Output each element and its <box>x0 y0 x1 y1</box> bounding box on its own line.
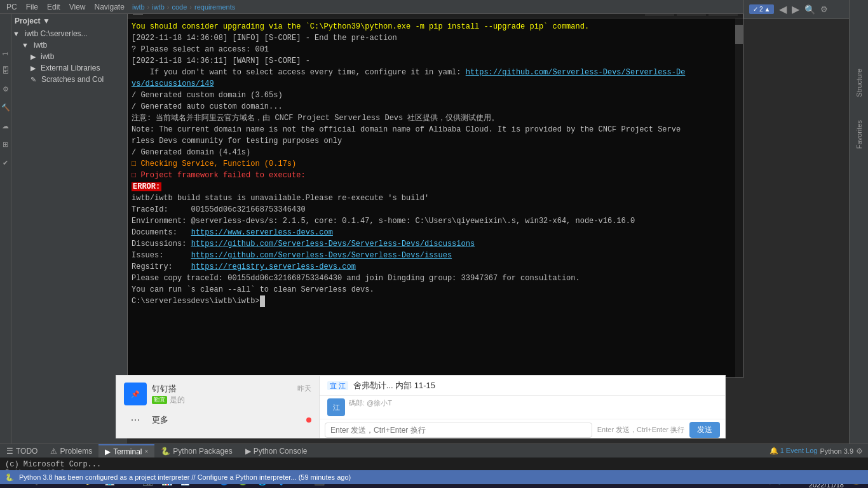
sidebar-icon-build[interactable]: 🔨 <box>1 104 10 112</box>
breadcrumb-code[interactable]: code <box>172 3 187 11</box>
dt-msg-sender: 碼郎: @徐小T <box>349 398 392 408</box>
cmd-line-configure: If you don't want to select access every… <box>132 67 739 90</box>
cmd-line-traceid: TraceId: 00155dd06c321668753346430 <box>132 204 739 215</box>
terminal-line-microsoft: (c) Microsoft Corp... <box>5 460 863 469</box>
dt-pin-info: 钉钉搭 昨天 勤宜 是的 <box>152 383 311 405</box>
menu-pc[interactable]: PC <box>3 1 21 13</box>
cmd-line-env: Environment: @serverless-devs/s: 2.1.5, … <box>132 215 739 227</box>
cmd-line-clean: You can run `s clean --all` to clean Ser… <box>132 284 739 295</box>
settings-bottom-icon[interactable]: ⚙ <box>856 447 863 456</box>
menu-navigate[interactable]: Navigate <box>91 1 128 13</box>
dt-more-label: 更多 <box>152 414 168 426</box>
cmd-line-build-status: iwtb/iwtb build status is unavailable.Pl… <box>132 193 739 204</box>
sidebar-icon-cloud[interactable]: ☁ <box>2 122 9 130</box>
dingtalk-sidebar: 📌 钉钉搭 昨天 勤宜 是的 ··· 更多 <box>116 376 320 438</box>
nav-next-icon[interactable]: ▶ <box>792 3 799 15</box>
cmd-line-gen-auto: / Generated auto custom domain... <box>132 101 739 112</box>
tree-item-ext-libs[interactable]: ▶ External Libraries <box>0 62 127 74</box>
cmd-line-info: [2022-11-18 14:36:08] [INFO] [S-CORE] - … <box>132 32 739 44</box>
python-packages-icon: 🐍 <box>161 447 170 456</box>
tab-problems[interactable]: ⚠ Problems <box>44 444 98 458</box>
cmd-error-badge: ERROR: <box>132 182 161 191</box>
tree-item-iwtb-root[interactable]: ▼ iwtb C:\serverles... <box>0 28 127 39</box>
tree-label-iwtb-root: iwtb C:\serverles... <box>25 29 88 38</box>
tree-item-iwtb[interactable]: ▼ iwtb <box>0 39 127 51</box>
sidebar-icon-check2[interactable]: ✔ <box>3 159 8 167</box>
ide-top-right-toolbar: ✓ 2 ▲ ◀ ▶ 🔍 ⚙ <box>743 0 849 19</box>
breadcrumb-sep2: › <box>167 3 170 11</box>
todo-icon: ☰ <box>6 447 13 456</box>
sidebar-icon-db[interactable]: 🗄 <box>2 66 10 75</box>
cmd-line-issues: Issues: https://github.com/Serverless-De… <box>132 250 739 261</box>
folder-open-icon2: ▼ <box>22 41 29 49</box>
tab-python-packages[interactable]: 🐍 Python Packages <box>154 444 238 458</box>
folder-closed-icon: ▶ <box>31 53 36 61</box>
sidebar-icon-grid[interactable]: ⊞ <box>3 140 8 149</box>
cmd-line-prompt: C:\serverlessdevs\iwtb\iwtb> <box>132 295 739 307</box>
python-version-badge: Python 3.9 <box>820 447 853 455</box>
tree-item-iwtb-sub[interactable]: ▶ iwtb <box>0 51 127 62</box>
check-icon: ✓ <box>753 6 758 13</box>
cmd-scrollbar[interactable] <box>735 18 743 378</box>
cmd-line-gen-domain2: / Generated domain (4.41s) <box>132 147 739 158</box>
cmd-link-discussions[interactable]: https://github.com/Serverless-Devs/Serve… <box>132 68 685 88</box>
cmd-line-docs: Documents: https://www.serverless-devs.c… <box>132 227 739 238</box>
menu-view[interactable]: View <box>65 1 90 13</box>
dt-message-input[interactable] <box>325 423 592 438</box>
terminal-close-icon[interactable]: × <box>145 448 149 455</box>
dt-chat-header: 宜 江 舍弗勒计... 内部 11-15 <box>320 376 725 396</box>
cmd-line-upgrade: You should consider upgrading via the `C… <box>132 21 739 32</box>
dt-pin-time: 昨天 <box>297 384 311 393</box>
dt-pin-preview: 是的 <box>170 395 185 405</box>
dt-send-hint: Enter 发送，Ctrl+Enter 换行 <box>597 425 684 435</box>
tab-todo[interactable]: ☰ TODO <box>0 444 44 458</box>
check-count: 2 <box>759 6 763 13</box>
menu-bar: PC File Edit View Navigate <box>0 0 127 14</box>
structure-label[interactable]: Structure <box>853 64 865 102</box>
nav-prev-icon[interactable]: ◀ <box>779 3 787 15</box>
cmd-line-warn: [2022-11-18 14:36:11] [WARN] [S-CORE] - <box>132 55 739 67</box>
dingtalk-pin-item[interactable]: 📌 钉钉搭 昨天 勤宜 是的 <box>116 379 319 409</box>
dt-more-badge <box>306 415 311 424</box>
menu-file[interactable]: File <box>22 1 42 13</box>
settings-gear-icon[interactable]: ⚙ <box>820 4 828 14</box>
project-header[interactable]: ▼ Project ▼ <box>0 14 127 28</box>
dt-chat-title: 舍弗勒计... 内部 11-15 <box>353 381 435 390</box>
cmd-link-registry[interactable]: https://registry.serverless-devs.com <box>191 262 356 271</box>
dt-sender-tag: 宜 江 <box>327 381 348 390</box>
terminal-icon: ▶ <box>105 447 111 456</box>
tree-label-iwtb: iwtb <box>34 41 47 50</box>
event-log-badge[interactable]: 🔔 1 Event Log <box>770 447 818 455</box>
sidebar-icon-settings[interactable]: ⚙ <box>3 85 9 93</box>
tab-python-packages-label: Python Packages <box>173 447 232 456</box>
tab-terminal[interactable]: ▶ Terminal × <box>98 444 154 458</box>
cmd-line-gen-domain: / Generated custom domain (3.65s) <box>132 90 739 101</box>
cmd-line-disc: Discussions: https://github.com/Serverle… <box>132 238 739 250</box>
dt-sender-badge: 勤宜 <box>152 396 167 404</box>
ide-status-bar: 🐍 Python 3.8 has been configured as a pr… <box>0 470 868 484</box>
tab-problems-label: Problems <box>60 447 92 456</box>
search-icon[interactable]: 🔍 <box>804 4 815 15</box>
folder-open-icon: ▼ <box>13 30 20 37</box>
cmd-line-access: ? Please select an access: 001 <box>132 44 739 55</box>
menu-edit[interactable]: Edit <box>43 1 64 13</box>
breadcrumb-iwtb2[interactable]: iwtb <box>152 3 165 11</box>
cmd-link-docs[interactable]: https://www.serverless-devs.com <box>191 228 333 237</box>
cmd-link-issues[interactable]: https://github.com/Serverless-Devs/Serve… <box>191 251 452 260</box>
arrow-up-icon: ▲ <box>764 6 771 13</box>
tree-item-scratches[interactable]: ✎ Scratches and Col <box>0 74 127 85</box>
dt-send-button[interactable]: 发送 <box>689 422 720 438</box>
breadcrumb-requirements[interactable]: requirements <box>194 3 235 11</box>
dingtalk-more-item[interactable]: ··· 更多 <box>116 409 319 430</box>
cmd-line-error: ERROR: <box>132 181 739 193</box>
sidebar-icon-1[interactable]: 1 <box>2 52 9 56</box>
tab-python-console[interactable]: ▶ Python Console <box>239 444 314 458</box>
sidebar-icons-strip: 1 🗄 ⚙ 🔨 ☁ ⊞ ✔ <box>0 14 11 444</box>
cmd-content[interactable]: You should consider upgrading via the `C… <box>128 18 743 378</box>
cmd-link-disc[interactable]: https://github.com/Serverless-Devs/Serve… <box>191 240 475 248</box>
breadcrumb-sep1: › <box>147 3 150 11</box>
breadcrumb-iwtb1[interactable]: iwtb <box>132 3 145 11</box>
cmd-line-notice-cn: 注意: 当前域名并非阿里云官方域名，由 CNCF Project Serverl… <box>132 112 739 124</box>
favorites-label[interactable]: Favorites <box>853 115 865 154</box>
dingtalk-overlay: 📌 钉钉搭 昨天 勤宜 是的 ··· 更多 <box>116 375 726 438</box>
